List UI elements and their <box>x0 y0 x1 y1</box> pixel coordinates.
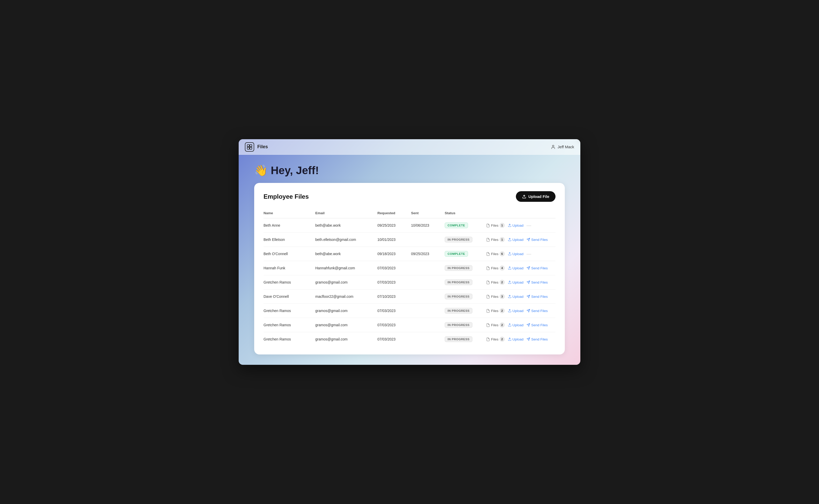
files-link[interactable]: Files 1 <box>486 223 505 228</box>
app-title: Files <box>257 144 268 150</box>
files-link[interactable]: Files 2 <box>486 308 505 313</box>
files-link[interactable]: Files 4 <box>486 265 505 271</box>
file-icon <box>486 238 490 242</box>
actions-cell: Files 1 Upload Send Files <box>486 237 556 242</box>
cell-email: beth.elletson@gmail.com <box>315 238 377 242</box>
file-icon <box>486 309 490 313</box>
cell-name: Hannah Funk <box>263 266 315 270</box>
files-link[interactable]: Files 2 <box>486 322 505 328</box>
col-name: Name <box>263 211 315 215</box>
upload-link[interactable]: Upload <box>508 337 524 341</box>
employee-files-card: Employee Files Upload File Name Email Re… <box>254 183 565 354</box>
cell-email: beth@abe.work <box>315 223 377 227</box>
cell-status: IN PROGRESS <box>445 322 486 328</box>
status-badge: IN PROGRESS <box>445 237 473 242</box>
files-link[interactable]: Files 6 <box>486 251 505 256</box>
actions-cell: Files 1 Upload — <box>486 223 556 228</box>
send-files-button[interactable]: Send Files <box>527 295 548 299</box>
send-files-button[interactable]: Send Files <box>527 280 548 284</box>
upload-link[interactable]: Upload <box>508 252 524 256</box>
files-link[interactable]: Files 1 <box>486 237 505 242</box>
cell-requested: 07/10/2023 <box>377 294 411 299</box>
send-icon <box>527 280 530 284</box>
status-badge: COMPLETE <box>445 223 468 228</box>
cell-email: gramos@gmail.com <box>315 337 377 341</box>
svg-rect-1 <box>250 145 252 147</box>
send-icon <box>527 266 530 270</box>
cell-status: IN PROGRESS <box>445 308 486 314</box>
send-icon <box>527 323 530 327</box>
no-send-dash: — <box>527 223 531 228</box>
upload-small-icon <box>508 280 512 284</box>
upload-link[interactable]: Upload <box>508 295 524 299</box>
greeting-emoji: 👋 <box>254 164 268 177</box>
status-badge: IN PROGRESS <box>445 308 473 314</box>
table-row: Beth Elletson beth.elletson@gmail.com 10… <box>263 233 556 247</box>
cell-requested: 09/18/2023 <box>377 252 411 256</box>
table-row: Gretchen Ramos gramos@gmail.com 07/03/20… <box>263 304 556 318</box>
actions-cell: Files 2 Upload Send Files <box>486 308 556 313</box>
table-row: Gretchen Ramos gramos@gmail.com 07/03/20… <box>263 318 556 332</box>
upload-link[interactable]: Upload <box>508 266 524 270</box>
file-count: 2 <box>500 322 505 328</box>
file-count: 4 <box>500 265 505 271</box>
file-count: 2 <box>500 280 505 285</box>
status-badge: IN PROGRESS <box>445 279 473 285</box>
user-icon <box>551 145 556 149</box>
actions-cell: Files 6 Upload — <box>486 251 556 257</box>
svg-rect-0 <box>247 145 249 147</box>
status-badge: IN PROGRESS <box>445 322 473 328</box>
col-actions <box>486 211 556 215</box>
send-files-button[interactable]: Send Files <box>527 238 548 242</box>
send-files-button[interactable]: Send Files <box>527 309 548 313</box>
cell-email: gramos@gmail.com <box>315 280 377 284</box>
cell-requested: 07/03/2023 <box>377 309 411 313</box>
files-link[interactable]: Files 2 <box>486 337 505 342</box>
files-link[interactable]: Files 2 <box>486 280 505 285</box>
user-menu[interactable]: Jeff Mack <box>551 145 574 149</box>
send-files-button[interactable]: Send Files <box>527 266 548 270</box>
upload-small-icon <box>508 295 512 298</box>
greeting-text: Hey, Jeff! <box>271 164 319 177</box>
cell-requested: 07/03/2023 <box>377 337 411 341</box>
col-sent: Sent <box>411 211 445 215</box>
actions-cell: Files 2 Upload Send Files <box>486 280 556 285</box>
file-count: 1 <box>500 223 505 228</box>
status-badge: COMPLETE <box>445 251 468 257</box>
upload-file-button[interactable]: Upload File <box>516 191 556 202</box>
svg-rect-2 <box>247 147 249 149</box>
cell-name: Beth Anne <box>263 223 315 227</box>
cell-email: beth@abe.work <box>315 252 377 256</box>
file-count: 2 <box>500 337 505 342</box>
upload-link[interactable]: Upload <box>508 280 524 284</box>
send-icon <box>527 337 530 341</box>
files-link[interactable]: Files 3 <box>486 294 505 299</box>
cell-requested: 07/03/2023 <box>377 266 411 270</box>
user-name: Jeff Mack <box>558 145 574 149</box>
cell-name: Beth O'Connell <box>263 252 315 256</box>
upload-link[interactable]: Upload <box>508 323 524 327</box>
upload-link[interactable]: Upload <box>508 224 524 227</box>
col-status: Status <box>445 211 486 215</box>
cell-sent: 09/25/2023 <box>411 252 445 256</box>
file-count: 1 <box>500 237 505 242</box>
cell-sent: 10/06/2023 <box>411 223 445 227</box>
send-files-button[interactable]: Send Files <box>527 323 548 327</box>
table-header: Name Email Requested Sent Status <box>263 209 556 218</box>
send-files-button[interactable]: Send Files <box>527 337 548 341</box>
table-row: Dave O'Connell macfloor22@gmail.com 07/1… <box>263 290 556 304</box>
card-title: Employee Files <box>263 193 309 200</box>
upload-small-icon <box>508 238 512 241</box>
cell-requested: 07/03/2023 <box>377 323 411 327</box>
actions-cell: Files 2 Upload Send Files <box>486 337 556 342</box>
actions-cell: Files 3 Upload Send Files <box>486 294 556 299</box>
table-row: Beth Anne beth@abe.work 09/25/2023 10/06… <box>263 218 556 233</box>
upload-button-label: Upload File <box>528 194 549 199</box>
cell-requested: 10/01/2023 <box>377 238 411 242</box>
upload-small-icon <box>508 224 512 227</box>
file-icon <box>486 266 490 270</box>
cell-status: IN PROGRESS <box>445 237 486 242</box>
upload-link[interactable]: Upload <box>508 238 524 242</box>
file-count: 6 <box>500 251 505 256</box>
upload-link[interactable]: Upload <box>508 309 524 313</box>
